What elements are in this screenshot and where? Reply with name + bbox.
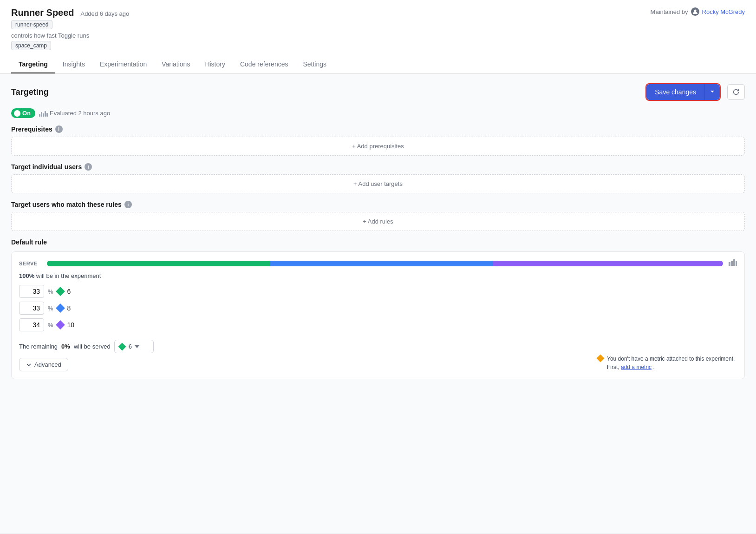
svg-rect-3 <box>733 259 735 266</box>
nav-tabs: Targeting Insights Experimentation Varia… <box>11 56 745 73</box>
chart-icon[interactable] <box>729 259 737 268</box>
serve-label: SERVE <box>19 261 41 266</box>
add-user-targets-button[interactable]: + Add user targets <box>11 174 745 193</box>
variation-2-pct-input[interactable] <box>19 302 44 315</box>
tab-targeting[interactable]: Targeting <box>11 56 55 73</box>
default-rule-section: Default rule SERVE 100% will be in the e… <box>11 238 745 379</box>
page-title: Targeting <box>11 87 49 97</box>
pct-symbol-3: % <box>48 322 53 329</box>
serve-bar <box>47 261 723 266</box>
individual-users-info-icon[interactable]: i <box>85 163 92 171</box>
variation-3-diamond <box>56 320 65 330</box>
maintainer-link[interactable]: Rocky McGredy <box>702 8 745 15</box>
variation-row-2: % 8 <box>19 302 737 315</box>
tab-variations[interactable]: Variations <box>154 56 197 73</box>
rules-label: Target users who match these rules i <box>11 201 745 208</box>
warning-diamond-icon <box>597 355 605 363</box>
add-prerequisites-button[interactable]: + Add prerequisites <box>11 137 745 156</box>
toggle-circle <box>14 110 20 117</box>
serve-select[interactable]: 6 <box>114 340 154 353</box>
tab-code-references[interactable]: Code references <box>233 56 296 73</box>
tab-insights[interactable]: Insights <box>55 56 92 73</box>
feature-added: Added 6 days ago <box>80 10 129 17</box>
remaining-suffix: will be served <box>74 343 111 350</box>
status-bar: On Evaluated 2 hours ago <box>11 108 745 118</box>
variation-2-name: 8 <box>67 304 71 312</box>
variation-3-pct-input[interactable] <box>19 318 44 331</box>
save-changes-button[interactable]: Save changes <box>646 84 704 100</box>
variation-3-name: 10 <box>67 321 75 329</box>
bar-blue <box>270 261 493 266</box>
evaluated-text: Evaluated 2 hours ago <box>39 110 110 117</box>
variation-1-pct-input[interactable] <box>19 285 44 298</box>
pct-symbol-2: % <box>48 305 53 312</box>
toggle-on[interactable]: On <box>11 108 35 118</box>
bar-green <box>47 261 270 266</box>
rules-info-icon[interactable]: i <box>124 201 132 208</box>
variation-row-1: % 6 <box>19 285 737 298</box>
add-metric-link[interactable]: add a metric <box>621 364 652 370</box>
serve-select-diamond <box>118 343 126 350</box>
remaining-label: The remaining <box>19 343 58 350</box>
feature-slug: runner-speed <box>11 20 52 29</box>
svg-rect-1 <box>729 262 730 266</box>
save-changes-dropdown[interactable] <box>704 84 720 100</box>
prerequisites-label: Prerequisites i <box>11 125 745 133</box>
variation-1-name: 6 <box>67 288 71 295</box>
metric-warning-text: You don't have a metric attached to this… <box>607 355 737 371</box>
variation-3-indicator: 10 <box>57 321 75 329</box>
tab-settings[interactable]: Settings <box>295 56 334 73</box>
remaining-and-advanced: The remaining 0% will be served 6 <box>19 335 154 371</box>
prerequisites-section: Prerequisites i + Add prerequisites <box>11 125 745 156</box>
maintained-by: Maintained by Rocky McGredy <box>651 7 745 16</box>
metric-warning: You don't have a metric attached to this… <box>598 355 737 371</box>
individual-users-section: Target individual users i + Add user tar… <box>11 163 745 193</box>
evaluated-label: Evaluated 2 hours ago <box>50 110 110 117</box>
individual-users-label: Target individual users i <box>11 163 745 171</box>
remaining-row: The remaining 0% will be served 6 <box>19 340 154 353</box>
save-changes-wrapper: Save changes <box>645 83 721 101</box>
bar-purple <box>493 261 723 266</box>
maintained-by-label: Maintained by <box>651 8 688 15</box>
feature-tag: space_camp <box>11 41 51 50</box>
wave-icon <box>39 110 48 117</box>
maintainer-avatar <box>691 7 699 16</box>
variation-2-diamond <box>56 303 65 313</box>
variation-1-diamond <box>56 287 65 296</box>
serve-select-value: 6 <box>129 343 132 350</box>
content-area: Targeting Save changes On <box>0 74 756 534</box>
variation-1-indicator: 6 <box>57 288 71 295</box>
rules-section: Target users who match these rules i + A… <box>11 201 745 231</box>
pct-symbol-1: % <box>48 288 53 295</box>
toggle-label: On <box>22 110 31 117</box>
experiment-pct: 100% will be in the experiment <box>19 272 737 279</box>
header-actions: Save changes <box>645 83 745 101</box>
svg-rect-4 <box>736 261 737 266</box>
prerequisites-info-icon[interactable]: i <box>55 125 63 133</box>
svg-rect-2 <box>731 261 733 266</box>
svg-point-0 <box>694 10 696 12</box>
default-rule-label: Default rule <box>11 238 745 246</box>
variation-row-3: % 10 <box>19 318 737 331</box>
rule-action-row: The remaining 0% will be served 6 <box>19 335 737 371</box>
serve-row: SERVE <box>19 259 737 268</box>
advanced-button[interactable]: Advanced <box>19 358 68 371</box>
top-bar: Runner Speed Added 6 days ago runner-spe… <box>0 0 756 74</box>
add-rules-button[interactable]: + Add rules <box>11 212 745 231</box>
tab-history[interactable]: History <box>197 56 233 73</box>
remaining-pct: 0% <box>61 343 70 350</box>
advanced-label: Advanced <box>34 361 61 368</box>
default-rule-box: SERVE 100% will be in the experiment % <box>11 251 745 379</box>
tab-experimentation[interactable]: Experimentation <box>92 56 154 73</box>
variation-2-indicator: 8 <box>57 304 71 312</box>
refresh-button[interactable] <box>727 84 745 100</box>
feature-description: controls how fast Toggle runs <box>11 32 129 39</box>
feature-title-area: Runner Speed Added 6 days ago runner-spe… <box>11 7 129 50</box>
content-header: Targeting Save changes <box>11 83 745 101</box>
feature-title: Runner Speed <box>11 7 74 18</box>
